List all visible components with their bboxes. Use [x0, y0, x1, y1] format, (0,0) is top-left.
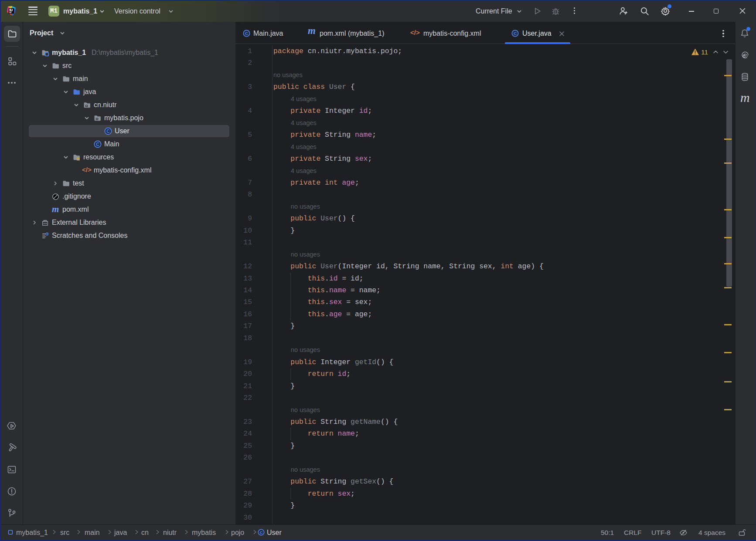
svg-text:C: C: [245, 31, 248, 36]
svg-text:C: C: [260, 531, 263, 535]
svg-text:C: C: [96, 142, 99, 147]
svg-text:C: C: [106, 128, 110, 134]
svg-text:C: C: [514, 31, 517, 36]
